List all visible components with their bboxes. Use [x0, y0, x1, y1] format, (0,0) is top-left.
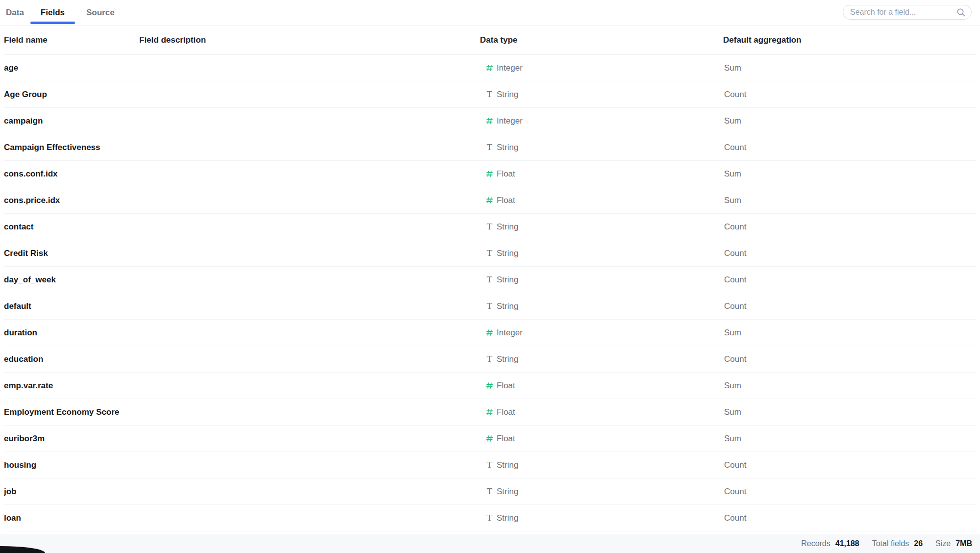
table-row[interactable]: day_of_week T String Count	[4, 267, 976, 293]
table-row[interactable]: Age Group T String Count	[4, 81, 976, 108]
hash-icon	[486, 64, 493, 72]
table-row[interactable]: cons.conf.idx Float Sum	[4, 161, 976, 187]
column-header-default-aggregation: Default aggregation	[723, 35, 976, 45]
text-icon: T	[486, 143, 493, 151]
data-type-label: Float	[497, 434, 515, 444]
field-data-type: T String	[480, 222, 723, 232]
size-value: 7MB	[955, 539, 972, 548]
field-name: cons.price.idx	[4, 196, 139, 205]
table-row[interactable]: emp.var.rate Float Sum	[4, 373, 976, 399]
hash-icon	[486, 382, 493, 389]
data-type-label: Integer	[497, 328, 523, 338]
table-row[interactable]: loan T String Count	[4, 505, 976, 531]
data-type-label: String	[497, 487, 518, 497]
field-default-aggregation: Count	[723, 354, 976, 364]
table-row[interactable]: Campaign Effectiveness T String Count	[4, 134, 976, 161]
tab-label: Data	[6, 8, 24, 18]
field-data-type: Integer	[480, 63, 723, 73]
data-type-label: String	[497, 460, 518, 470]
table-row[interactable]: Credit Risk T String Count	[4, 240, 976, 267]
data-type-label: Float	[497, 169, 515, 179]
text-icon: T	[486, 90, 493, 99]
field-name: Credit Risk	[4, 249, 139, 258]
table-row[interactable]: housing T String Count	[4, 452, 976, 478]
field-default-aggregation: Count	[723, 302, 976, 311]
hash-icon	[486, 408, 493, 416]
field-default-aggregation: Count	[723, 460, 976, 470]
data-type-label: String	[497, 302, 518, 311]
field-data-type: T String	[480, 354, 723, 364]
fields-table-body: age Integer Sum Age Group T String Count…	[4, 55, 976, 531]
field-default-aggregation: Sum	[723, 434, 976, 444]
field-data-type: T String	[480, 302, 723, 311]
column-header-data-type: Data type	[480, 35, 723, 45]
column-header-field-name: Field name	[4, 35, 139, 45]
field-data-type: T String	[480, 90, 723, 100]
hash-icon	[486, 117, 493, 125]
field-data-type: T String	[480, 249, 723, 258]
records-stat: Records 41,188	[801, 539, 859, 548]
table-row[interactable]: education T String Count	[4, 346, 976, 373]
hash-icon	[486, 435, 493, 442]
field-default-aggregation: Count	[723, 487, 976, 497]
field-default-aggregation: Sum	[723, 328, 976, 338]
field-data-type: Float	[480, 169, 723, 179]
field-name: campaign	[4, 116, 139, 126]
text-icon: T	[486, 355, 493, 363]
field-name: default	[4, 302, 139, 311]
field-data-type: Integer	[480, 328, 723, 338]
data-type-label: Float	[497, 407, 515, 417]
active-tab-underline	[30, 22, 75, 24]
field-name: age	[4, 63, 139, 73]
tab-label: Fields	[41, 8, 65, 18]
field-default-aggregation: Count	[723, 90, 976, 100]
table-row[interactable]: duration Integer Sum	[4, 320, 976, 346]
table-row[interactable]: job T String Count	[4, 478, 976, 505]
records-label: Records	[801, 539, 830, 548]
text-icon: T	[486, 487, 493, 496]
field-name: duration	[4, 328, 139, 338]
field-default-aggregation: Sum	[723, 381, 976, 391]
table-row[interactable]: default T String Count	[4, 293, 976, 320]
tab-label: Source	[86, 8, 115, 18]
data-type-label: Integer	[497, 63, 523, 73]
data-type-label: String	[497, 249, 518, 258]
field-default-aggregation: Sum	[723, 196, 976, 205]
data-type-label: Float	[497, 196, 515, 205]
table-row[interactable]: campaign Integer Sum	[4, 108, 976, 134]
data-type-label: String	[497, 143, 518, 152]
total-fields-value: 26	[914, 539, 923, 548]
tab-data[interactable]: Data	[0, 0, 30, 25]
table-row[interactable]: Employment Economy Score Float Sum	[4, 399, 976, 426]
table-row[interactable]: euribor3m Float Sum	[4, 426, 976, 452]
field-name: contact	[4, 222, 139, 232]
field-data-type: T String	[480, 513, 723, 523]
dataset-stats-footer: Records 41,188 Total fields 26 Size 7MB	[0, 534, 980, 553]
total-fields-stat: Total fields 26	[872, 539, 923, 548]
size-stat: Size 7MB	[935, 539, 972, 548]
table-row[interactable]: age Integer Sum	[4, 55, 976, 81]
field-name: Employment Economy Score	[4, 407, 139, 417]
field-data-type: Float	[480, 407, 723, 417]
field-data-type: T String	[480, 275, 723, 285]
data-type-label: String	[497, 222, 518, 232]
field-default-aggregation: Count	[723, 143, 976, 152]
field-default-aggregation: Count	[723, 275, 976, 285]
table-row[interactable]: contact T String Count	[4, 214, 976, 240]
field-data-type: Float	[480, 196, 723, 205]
field-name: emp.var.rate	[4, 381, 139, 391]
text-icon: T	[486, 302, 493, 310]
tab-source[interactable]: Source	[75, 0, 126, 25]
field-default-aggregation: Sum	[723, 116, 976, 126]
table-header: Field name Field description Data type D…	[4, 26, 976, 55]
field-data-type: Float	[480, 381, 723, 391]
search-input[interactable]	[850, 8, 956, 17]
field-data-type: T String	[480, 487, 723, 497]
text-icon: T	[486, 461, 493, 469]
field-default-aggregation: Sum	[723, 63, 976, 73]
table-row[interactable]: cons.price.idx Float Sum	[4, 187, 976, 214]
tab-fields[interactable]: Fields	[30, 0, 75, 25]
field-data-type: T String	[480, 143, 723, 152]
data-type-label: String	[497, 275, 518, 285]
field-search-box[interactable]	[843, 5, 972, 20]
